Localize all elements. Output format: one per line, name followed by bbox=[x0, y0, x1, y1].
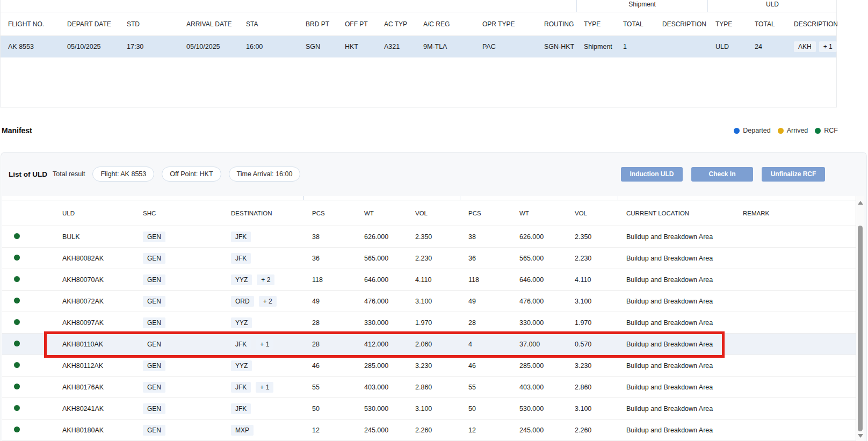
legend-dot-icon bbox=[778, 128, 784, 134]
uld-table-row[interactable]: AKH80097AKGENYYZ28330.0001.97028330.0001… bbox=[2, 312, 856, 334]
shc-badge: GEN bbox=[143, 232, 165, 242]
rcf-status-dot-icon bbox=[14, 384, 20, 389]
filter-chip-flight[interactable]: Flight: AK 8553 bbox=[92, 167, 154, 182]
uld-table-row[interactable]: AKH80241AKGENJFK50530.0003.10050530.0003… bbox=[2, 398, 856, 420]
scroll-up-button[interactable] bbox=[858, 201, 863, 205]
scrollbar-thumb[interactable] bbox=[858, 226, 863, 431]
uld-description-badge: AKH bbox=[794, 41, 816, 52]
wt-manifest-cell: 412.000 bbox=[356, 341, 407, 348]
wt-checkin-cell: 476.000 bbox=[511, 298, 566, 305]
filter-chip-time-arrival[interactable]: Time Arrival: 16:00 bbox=[229, 167, 301, 182]
current-location-cell: Buildup and Breakdown Area bbox=[618, 233, 734, 241]
shc-badge: GEN bbox=[143, 253, 165, 264]
vol-manifest-cell: 4.110 bbox=[407, 276, 460, 284]
uld-col-header: REMARK bbox=[734, 210, 856, 216]
status-cell bbox=[2, 276, 54, 284]
destination-badge: JFK bbox=[231, 403, 251, 414]
uld-table-row[interactable]: AKH80070AKGENYYZ+ 2118646.0004.110118646… bbox=[2, 269, 856, 291]
flight-info-panel: Shipment ULD FLIGHT NO.DEPART DATESTDARR… bbox=[0, 0, 837, 107]
uld-table-row[interactable]: AKH80176AKGENJFK+ 155403.0002.86055403.0… bbox=[2, 377, 856, 398]
unfinalize-rcf-button[interactable]: Unfinalize RCF bbox=[762, 167, 825, 182]
pcs-manifest-cell: 50 bbox=[303, 405, 356, 413]
vol-checkin-cell: 2.260 bbox=[566, 426, 618, 434]
group-divider bbox=[460, 196, 460, 200]
pcs-manifest-cell: 28 bbox=[303, 319, 356, 327]
filter-chip-off-point[interactable]: Off Point: HKT bbox=[162, 167, 221, 182]
shc-cell: GEN bbox=[134, 339, 222, 350]
shc-badge: GEN bbox=[143, 403, 165, 414]
rcf-status-dot-icon bbox=[14, 319, 20, 325]
pcs-checkin-cell: 38 bbox=[460, 233, 511, 241]
scroll-down-button[interactable] bbox=[858, 434, 863, 438]
uld-col-header: SHC bbox=[134, 210, 222, 216]
legend-dot-icon bbox=[734, 128, 740, 134]
vol-manifest-cell: 3.100 bbox=[407, 405, 460, 413]
uld-table-row[interactable]: BULKGENJFK38626.0002.35038626.0002.350Bu… bbox=[2, 226, 856, 248]
flight-cell-brd_pt: SGN bbox=[298, 43, 337, 50]
pcs-checkin-cell: 28 bbox=[460, 319, 511, 327]
uld-table-row[interactable]: AKH80112AKGENYYZ46285.0003.23046285.0003… bbox=[2, 355, 856, 377]
shc-badge: GEN bbox=[143, 382, 165, 393]
destination-badge: YYZ bbox=[231, 317, 252, 328]
uld-table-row[interactable]: AKH80072AKGENORD+ 249476.0003.10049476.0… bbox=[2, 291, 856, 312]
uld-table-row[interactable]: AKH80180AKGENMXP12245.0002.26012245.0002… bbox=[2, 420, 856, 441]
vol-manifest-cell: 2.260 bbox=[407, 426, 460, 434]
uld-number-cell: AKH80070AK bbox=[54, 276, 134, 284]
vol-manifest-cell: 2.350 bbox=[407, 233, 460, 241]
wt-manifest-cell: 530.000 bbox=[356, 405, 407, 413]
legend-item-arrived: Arrived bbox=[778, 127, 808, 134]
shc-cell: GEN bbox=[134, 296, 222, 307]
status-cell bbox=[2, 384, 54, 391]
destination-cell: JFK+ 1 bbox=[222, 339, 303, 350]
uld-table-row[interactable]: AKH80082AKGENJFK36565.0002.23036565.0002… bbox=[2, 248, 856, 269]
flight-cell-opr_type: PAC bbox=[475, 43, 537, 50]
uld-number-cell: AKH80112AK bbox=[54, 362, 134, 370]
flight-cell-shipment_type: Shipment bbox=[576, 43, 616, 50]
pcs-checkin-cell: 49 bbox=[460, 298, 511, 305]
vertical-scrollbar[interactable] bbox=[856, 196, 864, 441]
vol-checkin-cell: 4.110 bbox=[566, 276, 618, 284]
wt-manifest-cell: 285.000 bbox=[356, 362, 407, 370]
uld-number-cell: AKH80072AK bbox=[54, 298, 134, 305]
uld-group-header: ULD bbox=[708, 0, 837, 12]
flight-cell-uld_desc_badges: AKH+ 1 bbox=[786, 41, 837, 52]
uld-col-header: VOL bbox=[566, 210, 618, 216]
wt-checkin-cell: 245.000 bbox=[511, 426, 566, 434]
rcf-status-dot-icon bbox=[14, 362, 20, 368]
status-cell bbox=[2, 298, 54, 305]
pcs-manifest-cell: 49 bbox=[303, 298, 356, 305]
wt-checkin-cell: 330.000 bbox=[511, 319, 566, 327]
check-in-button[interactable]: Check In bbox=[691, 167, 753, 182]
wt-checkin-cell: 403.000 bbox=[511, 384, 566, 391]
flight-group-header-row: Shipment ULD bbox=[1, 0, 836, 12]
destination-cell: JFK bbox=[222, 253, 303, 264]
destination-badge: YYZ bbox=[231, 274, 252, 285]
status-cell bbox=[2, 341, 54, 348]
shc-badge: GEN bbox=[143, 360, 165, 371]
uld-number-cell: AKH80097AK bbox=[54, 319, 134, 327]
vol-checkin-cell: 2.350 bbox=[566, 233, 618, 241]
vol-checkin-cell: 3.230 bbox=[566, 362, 618, 370]
vol-manifest-cell: 2.860 bbox=[407, 384, 460, 391]
status-cell bbox=[2, 255, 54, 262]
uld-table-row[interactable]: AKH80110AKGENJFK+ 128412.0002.060437.000… bbox=[2, 334, 856, 355]
flight-col-header: TYPE bbox=[708, 20, 747, 28]
current-location-cell: Buildup and Breakdown Area bbox=[618, 405, 734, 413]
uld-col-header: PCS bbox=[460, 210, 511, 216]
flight-row[interactable]: AK 855305/10/202517:3005/10/202516:00SGN… bbox=[1, 36, 836, 57]
shc-badge: GEN bbox=[143, 296, 165, 307]
wt-checkin-cell: 37.000 bbox=[511, 341, 566, 348]
uld-col-header: DESTINATION bbox=[222, 210, 303, 216]
status-cell bbox=[2, 405, 54, 413]
flight-col-header: ARRIVAL DATE bbox=[179, 20, 238, 28]
wt-checkin-cell: 530.000 bbox=[511, 405, 566, 413]
vol-checkin-cell: 2.230 bbox=[566, 255, 618, 262]
pcs-manifest-cell: 46 bbox=[303, 362, 356, 370]
destination-badge: JFK bbox=[231, 253, 251, 264]
flight-cell-depart_date: 05/10/2025 bbox=[60, 43, 119, 50]
current-location-cell: Buildup and Breakdown Area bbox=[618, 362, 734, 370]
shc-badge: GEN bbox=[143, 339, 165, 350]
flight-col-header: STA bbox=[238, 20, 298, 28]
induction-uld-button[interactable]: Induction ULD bbox=[621, 167, 683, 182]
pcs-manifest-cell: 12 bbox=[303, 426, 356, 434]
